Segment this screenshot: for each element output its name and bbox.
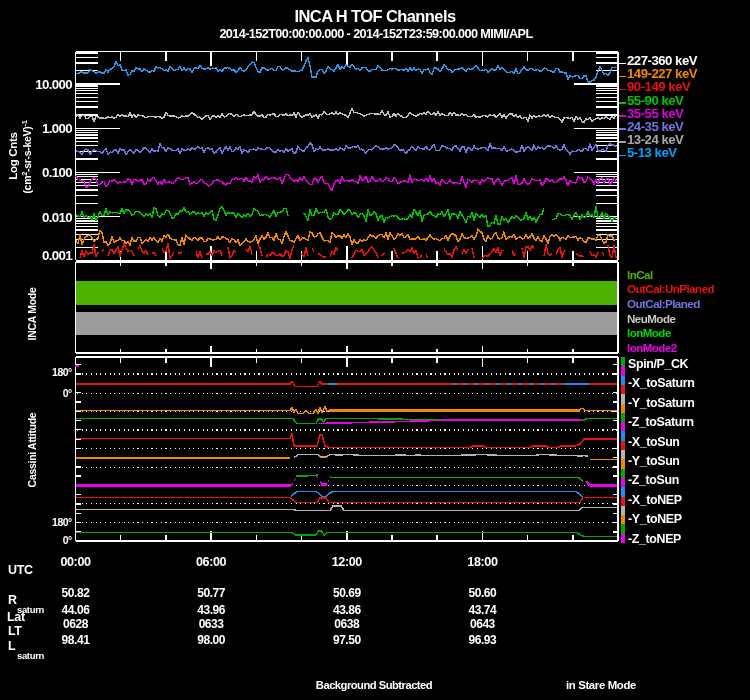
svg-text:InCal: InCal	[627, 268, 653, 281]
svg-text:0.100: 0.100	[42, 165, 72, 180]
svg-text:180°: 180°	[52, 366, 72, 378]
svg-text:1.000: 1.000	[42, 121, 72, 136]
svg-text:50.60: 50.60	[469, 586, 498, 600]
svg-text:18:00: 18:00	[467, 555, 498, 569]
svg-text:in Stare Mode: in Stare Mode	[566, 679, 636, 691]
svg-text:(cm2-sr-s-keV)-1: (cm2-sr-s-keV)-1	[20, 120, 33, 193]
svg-text:0633: 0633	[199, 617, 225, 631]
svg-text:-Y_toNEP: -Y_toNEP	[628, 512, 682, 526]
svg-text:5-13 keV: 5-13 keV	[627, 145, 677, 160]
svg-text:NeuMode: NeuMode	[627, 312, 676, 325]
svg-text:2014-152T00:00:00.000 - 2014-1: 2014-152T00:00:00.000 - 2014-152T23:59:0…	[219, 27, 533, 41]
svg-text:-X_toSaturn: -X_toSaturn	[628, 376, 694, 390]
svg-text:50.69: 50.69	[333, 586, 362, 600]
svg-text:43.96: 43.96	[197, 603, 226, 617]
svg-text:-Z_toSun: -Z_toSun	[628, 473, 679, 487]
svg-text:Cassini Attitude: Cassini Attitude	[26, 412, 38, 487]
svg-text:0.010: 0.010	[42, 210, 72, 225]
svg-text:-Z_toSaturn: -Z_toSaturn	[628, 415, 694, 429]
svg-text:INCA Mode: INCA Mode	[26, 287, 38, 340]
svg-text:saturn: saturn	[17, 650, 44, 661]
svg-text:0.001: 0.001	[42, 248, 73, 263]
svg-text:IonMode2: IonMode2	[627, 341, 677, 354]
svg-text:98.41: 98.41	[62, 633, 91, 647]
svg-text:98.00: 98.00	[197, 633, 226, 647]
svg-text:LT: LT	[8, 624, 22, 638]
svg-text:IonMode: IonMode	[627, 326, 672, 339]
svg-text:OutCal:UnPlaned: OutCal:UnPlaned	[627, 282, 715, 295]
svg-text:0638: 0638	[334, 617, 360, 631]
svg-text:-X_toSun: -X_toSun	[628, 435, 680, 449]
svg-text:UTC: UTC	[8, 563, 33, 577]
svg-text:Background Subtracted: Background Subtracted	[316, 679, 433, 691]
svg-text:50.82: 50.82	[62, 586, 91, 600]
svg-text:12:00: 12:00	[332, 555, 363, 569]
svg-text:0°: 0°	[63, 534, 72, 546]
svg-text:0643: 0643	[470, 617, 496, 631]
svg-text:Log Cnts: Log Cnts	[7, 132, 19, 179]
svg-text:R: R	[8, 593, 17, 607]
svg-text:180°: 180°	[52, 516, 72, 528]
svg-text:10.000: 10.000	[35, 77, 72, 92]
svg-text:-Z_toNEP: -Z_toNEP	[628, 532, 681, 546]
svg-text:OutCal:Planed: OutCal:Planed	[627, 297, 700, 310]
svg-text:43.74: 43.74	[469, 603, 498, 617]
svg-text:50.77: 50.77	[197, 586, 226, 600]
svg-text:06:00: 06:00	[196, 555, 227, 569]
svg-text:0628: 0628	[63, 617, 89, 631]
svg-text:96.93: 96.93	[469, 633, 498, 647]
svg-text:44.06: 44.06	[62, 603, 91, 617]
svg-text:Spin/P_CK: Spin/P_CK	[628, 357, 689, 371]
svg-text:INCA H TOF Channels: INCA H TOF Channels	[295, 7, 456, 25]
svg-text:97.50: 97.50	[333, 633, 362, 647]
svg-text:43.86: 43.86	[333, 603, 362, 617]
svg-text:Lat: Lat	[7, 610, 26, 624]
svg-text:-Y_toSaturn: -Y_toSaturn	[628, 396, 694, 410]
svg-text:-X_toNEP: -X_toNEP	[628, 493, 682, 507]
svg-text:-Y_toSun: -Y_toSun	[628, 454, 680, 468]
svg-text:00:00: 00:00	[60, 555, 91, 569]
svg-text:0°: 0°	[63, 387, 72, 399]
svg-text:L: L	[8, 639, 16, 653]
